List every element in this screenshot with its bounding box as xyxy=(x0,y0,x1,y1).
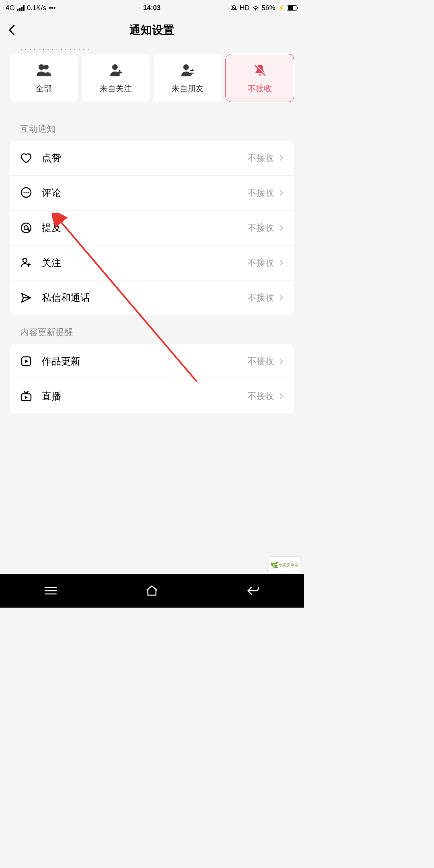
svg-point-15 xyxy=(26,192,27,193)
svg-rect-0 xyxy=(17,9,18,11)
chevron-right-icon xyxy=(278,155,285,161)
chevron-right-icon xyxy=(278,358,285,364)
watermark-label: 小麦安卓网 xyxy=(278,562,299,568)
follow-icon xyxy=(19,256,33,270)
item-value: 不接收 xyxy=(248,390,274,402)
status-right: HD 56% ⚡ xyxy=(231,4,298,12)
item-live[interactable]: 直播 不接收 xyxy=(10,379,294,414)
filter-label: 来自朋友 xyxy=(172,83,204,94)
chevron-right-icon xyxy=(278,295,285,301)
charging-icon: ⚡ xyxy=(278,5,285,11)
back-button[interactable] xyxy=(8,22,24,38)
chevron-right-icon xyxy=(278,393,285,399)
item-value: 不接收 xyxy=(248,152,274,164)
filter-label: 全部 xyxy=(36,83,52,94)
at-icon xyxy=(19,221,33,235)
svg-point-19 xyxy=(23,258,27,262)
chevron-right-icon xyxy=(278,190,285,196)
item-label: 私信和通话 xyxy=(42,291,248,304)
item-label: 作品更新 xyxy=(42,355,248,368)
svg-point-16 xyxy=(28,192,29,193)
item-label: 直播 xyxy=(42,390,248,403)
item-comment[interactable]: 评论 不接收 xyxy=(10,176,294,211)
signal-icon xyxy=(17,5,25,11)
item-works[interactable]: 作品更新 不接收 xyxy=(10,344,294,379)
status-bar: 4G 0.1K/s ••• 14:03 HD 56% ⚡ xyxy=(0,0,304,16)
item-label: 关注 xyxy=(42,256,248,269)
time-label: 14:03 xyxy=(143,4,160,12)
battery-icon xyxy=(287,5,298,11)
svg-point-9 xyxy=(112,64,118,70)
hd-label: HD xyxy=(240,4,250,12)
item-dm[interactable]: 私信和通话 不接收 xyxy=(10,280,294,315)
svg-point-14 xyxy=(24,192,25,193)
item-value: 不接收 xyxy=(248,187,274,199)
svg-rect-1 xyxy=(19,8,20,11)
nav-home[interactable] xyxy=(140,583,164,599)
comment-icon xyxy=(19,186,33,200)
svg-point-18 xyxy=(24,226,28,230)
filter-all[interactable]: 全部 xyxy=(10,54,78,102)
people-icon xyxy=(36,62,52,78)
person-plus-icon xyxy=(108,62,124,78)
nav-menu[interactable] xyxy=(39,583,63,599)
more-dots: ••• xyxy=(49,4,56,12)
page-title: 通知设置 xyxy=(129,23,174,38)
list-group-interaction: 点赞 不接收 评论 不接收 提及 不接收 关注 不接收 私信和通话 不接收 xyxy=(10,141,294,315)
svg-point-7 xyxy=(39,64,44,70)
filter-friends[interactable]: 来自朋友 xyxy=(154,54,221,102)
battery-pct: 56% xyxy=(262,4,275,12)
svg-rect-2 xyxy=(21,7,23,11)
item-label: 评论 xyxy=(42,186,248,199)
section-title-content: 内容更新提醒 xyxy=(0,315,304,344)
network-label: 4G xyxy=(6,4,15,12)
bell-off-icon xyxy=(252,62,268,78)
filter-row: 全部 来自关注 来自朋友 不接收 xyxy=(0,50,304,112)
item-like[interactable]: 点赞 不接收 xyxy=(10,141,294,176)
person-swap-icon xyxy=(180,62,196,78)
item-value: 不接收 xyxy=(248,355,274,367)
svg-rect-6 xyxy=(297,7,298,9)
header: 通知设置 xyxy=(0,16,304,44)
speed-label: 0.1K/s xyxy=(27,4,46,12)
wifi-icon xyxy=(252,5,259,11)
send-icon xyxy=(19,291,33,305)
bell-mute-icon xyxy=(231,5,237,11)
watermark: 🌿 小麦安卓网 xyxy=(268,557,301,573)
filter-label: 不接收 xyxy=(248,83,272,94)
list-group-content: 作品更新 不接收 直播 不接收 xyxy=(10,344,294,414)
item-label: 点赞 xyxy=(42,151,248,164)
heart-icon xyxy=(19,151,33,165)
svg-point-8 xyxy=(44,65,49,70)
svg-rect-3 xyxy=(23,5,25,11)
section-title-interaction: 互动通知 xyxy=(0,112,304,141)
chevron-right-icon xyxy=(278,260,285,266)
cropped-text: · · · · · · · · · · · · · · · · xyxy=(0,44,304,50)
svg-point-10 xyxy=(183,64,189,70)
nav-back[interactable] xyxy=(241,583,265,599)
chevron-right-icon xyxy=(278,225,285,231)
status-left: 4G 0.1K/s ••• xyxy=(6,4,56,12)
item-mention[interactable]: 提及 不接收 xyxy=(10,211,294,246)
item-value: 不接收 xyxy=(248,257,274,269)
filter-following[interactable]: 来自关注 xyxy=(82,54,149,102)
item-label: 提及 xyxy=(42,221,248,234)
svg-rect-5 xyxy=(288,6,293,10)
item-value: 不接收 xyxy=(248,222,274,234)
item-value: 不接收 xyxy=(248,292,274,304)
filter-none[interactable]: 不接收 xyxy=(225,54,294,102)
svg-point-17 xyxy=(21,223,31,233)
item-follow[interactable]: 关注 不接收 xyxy=(10,246,294,280)
play-box-icon xyxy=(19,354,33,368)
nav-bar xyxy=(0,574,304,608)
tv-icon xyxy=(19,389,33,403)
filter-label: 来自关注 xyxy=(100,83,132,94)
